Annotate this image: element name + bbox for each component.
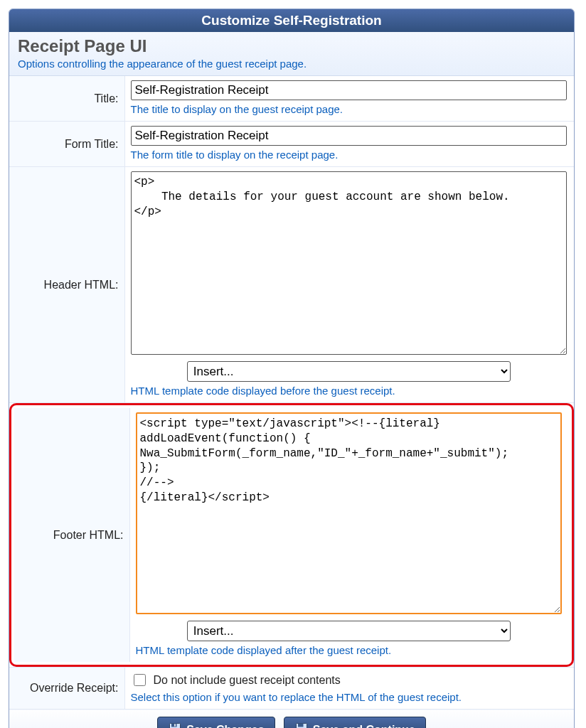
row-title: Title: The title to display on the guest… <box>9 76 574 122</box>
header-insert-select[interactable]: Insert... <box>187 361 511 382</box>
svg-rect-1 <box>171 724 177 727</box>
floppy-arrow-icon <box>294 722 309 728</box>
row-override-receipt: Override Receipt: Do not include guest r… <box>9 668 574 710</box>
row-form-title: Form Title: The form title to display on… <box>9 122 574 167</box>
footer-highlight: Footer HTML: Insert... HTML template cod… <box>9 403 574 667</box>
override-receipt-checkbox[interactable] <box>134 674 146 686</box>
label-header-html: Header HTML: <box>9 167 124 403</box>
button-row: Save Changes Save and Continue <box>9 710 574 729</box>
floppy-disk-icon <box>168 722 182 728</box>
title-input[interactable] <box>131 80 568 100</box>
label-title: Title: <box>9 76 124 122</box>
save-changes-label: Save Changes <box>186 724 264 728</box>
header-html-textarea[interactable] <box>131 171 568 355</box>
customize-self-registration-panel: Customize Self-Registration Receipt Page… <box>9 9 575 728</box>
section-description: Options controlling the appearance of th… <box>18 58 565 70</box>
help-header-html: HTML template code displayed before the … <box>131 385 568 397</box>
save-and-continue-label: Save and Continue <box>313 724 415 728</box>
help-override-receipt: Select this option if you want to replac… <box>131 691 568 703</box>
save-and-continue-button[interactable]: Save and Continue <box>284 717 426 728</box>
help-form-title: The form title to display on the receipt… <box>131 149 568 161</box>
svg-rect-3 <box>174 724 176 726</box>
section-title: Receipt Page UI <box>18 36 565 56</box>
override-receipt-checkbox-label: Do not include guest receipt contents <box>154 674 341 687</box>
footer-insert-select[interactable]: Insert... <box>187 621 511 641</box>
row-header-html: Header HTML: Insert... HTML template cod… <box>9 167 574 403</box>
label-form-title: Form Title: <box>9 122 124 167</box>
form-table: Title: The title to display on the guest… <box>9 76 574 728</box>
form-title-input[interactable] <box>131 126 568 146</box>
section-header: Receipt Page UI Options controlling the … <box>9 32 574 76</box>
help-footer-html: HTML template code displayed after the g… <box>136 644 563 656</box>
save-changes-button[interactable]: Save Changes <box>157 717 275 728</box>
label-footer-html: Footer HTML: <box>14 408 129 662</box>
svg-rect-5 <box>298 724 304 727</box>
help-title: The title to display on the guest receip… <box>131 103 568 115</box>
row-footer-html: Footer HTML: Insert... HTML template cod… <box>9 403 574 668</box>
label-override-receipt: Override Receipt: <box>9 668 124 710</box>
panel-title: Customize Self-Registration <box>9 9 574 32</box>
footer-html-textarea[interactable] <box>136 412 563 614</box>
